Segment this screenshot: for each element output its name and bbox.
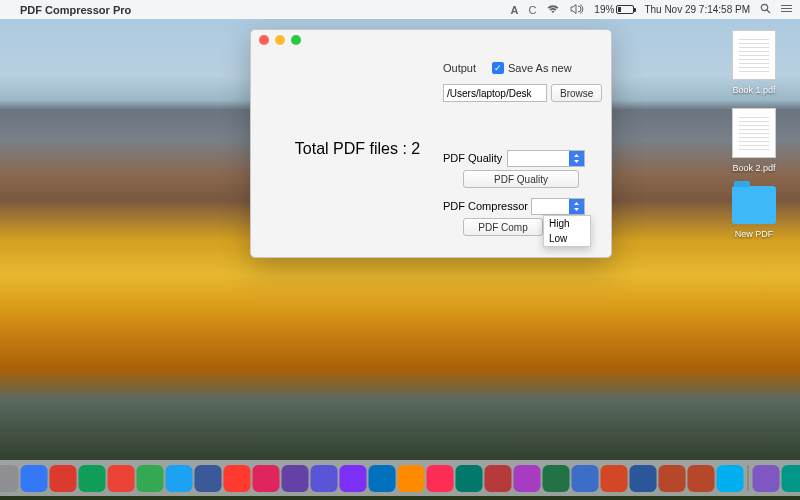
- pdf-compressor-button[interactable]: PDF Comp: [463, 218, 543, 236]
- notification-center-icon[interactable]: [781, 4, 792, 16]
- dock-app-23[interactable]: [601, 465, 628, 492]
- dropdown-option-high[interactable]: High: [544, 216, 590, 231]
- dropdown-option-low[interactable]: Low: [544, 231, 590, 246]
- dock-app-22[interactable]: [572, 465, 599, 492]
- dock-separator: [748, 465, 749, 491]
- wifi-icon[interactable]: [546, 4, 560, 16]
- app-menu-name[interactable]: PDF Compressor Pro: [20, 4, 131, 16]
- folder-icon: [732, 186, 776, 224]
- spotlight-icon[interactable]: [760, 3, 771, 16]
- pdf-quality-select[interactable]: [507, 150, 585, 167]
- dock-app-2[interactable]: [0, 465, 19, 492]
- battery-percent-label: 19%: [594, 4, 614, 15]
- pdf-file-icon: [732, 30, 776, 80]
- dock-app-12[interactable]: [282, 465, 309, 492]
- output-path-input[interactable]: [443, 84, 547, 102]
- dock-app-28[interactable]: [753, 465, 780, 492]
- svg-rect-2: [781, 5, 792, 6]
- dock-app-29[interactable]: [782, 465, 801, 492]
- desktop-folder-newpdf[interactable]: New PDF: [724, 186, 784, 240]
- pdf-quality-button[interactable]: PDF Quality: [463, 170, 579, 188]
- dock-app-19[interactable]: [485, 465, 512, 492]
- dock: [0, 460, 800, 496]
- dock-app-24[interactable]: [630, 465, 657, 492]
- dock-app-9[interactable]: [195, 465, 222, 492]
- battery-icon: [616, 5, 634, 14]
- chevron-updown-icon: [569, 151, 584, 166]
- window-titlebar[interactable]: [251, 30, 611, 50]
- dock-app-18[interactable]: [456, 465, 483, 492]
- dock-app-20[interactable]: [514, 465, 541, 492]
- dock-app-6[interactable]: [108, 465, 135, 492]
- menubar: PDF Compressor Pro A C 19% Thu Nov 29 7:…: [0, 0, 800, 19]
- save-as-new-label: Save As new: [508, 62, 572, 74]
- dock-app-15[interactable]: [369, 465, 396, 492]
- output-label: Output: [443, 62, 476, 74]
- dock-app-7[interactable]: [137, 465, 164, 492]
- pdf-file-icon: [732, 108, 776, 158]
- svg-rect-3: [781, 8, 792, 9]
- window-zoom-button[interactable]: [291, 35, 301, 45]
- desktop-file-label: Book 1.pdf: [724, 84, 784, 96]
- browse-button[interactable]: Browse: [551, 84, 602, 102]
- battery-status[interactable]: 19%: [594, 4, 634, 15]
- clock-label: Thu Nov 29 7:14:58 PM: [644, 4, 750, 15]
- dock-app-14[interactable]: [340, 465, 367, 492]
- desktop-file-book1[interactable]: Book 1.pdf: [724, 30, 784, 96]
- window-minimize-button[interactable]: [275, 35, 285, 45]
- volume-icon[interactable]: [570, 4, 584, 16]
- window-close-button[interactable]: [259, 35, 269, 45]
- dock-app-3[interactable]: [21, 465, 48, 492]
- svg-point-0: [761, 4, 767, 10]
- dock-app-8[interactable]: [166, 465, 193, 492]
- svg-rect-4: [781, 11, 792, 12]
- dock-app-25[interactable]: [659, 465, 686, 492]
- dock-app-21[interactable]: [543, 465, 570, 492]
- dock-app-26[interactable]: [688, 465, 715, 492]
- c-menu-icon[interactable]: C: [528, 4, 536, 16]
- dock-app-27[interactable]: [717, 465, 744, 492]
- dock-app-11[interactable]: [253, 465, 280, 492]
- dock-app-13[interactable]: [311, 465, 338, 492]
- adobe-menu-icon[interactable]: A: [510, 4, 518, 16]
- pdf-compressor-select[interactable]: [531, 198, 585, 215]
- pdf-compressor-label: PDF Compressor: [443, 200, 528, 212]
- desktop-folder-label: New PDF: [724, 228, 784, 240]
- svg-line-1: [767, 10, 770, 13]
- chevron-updown-icon: [569, 199, 584, 214]
- dock-app-16[interactable]: [398, 465, 425, 492]
- desktop-file-book2[interactable]: Book 2.pdf: [724, 108, 784, 174]
- total-files-label: Total PDF files : 2: [265, 140, 450, 158]
- pdf-quality-label: PDF Quality: [443, 152, 502, 164]
- dock-app-4[interactable]: [50, 465, 77, 492]
- desktop-file-label: Book 2.pdf: [724, 162, 784, 174]
- dock-app-10[interactable]: [224, 465, 251, 492]
- compressor-dropdown-menu: High Low: [543, 215, 591, 247]
- save-as-new-checkbox[interactable]: ✓: [492, 62, 504, 74]
- dock-app-5[interactable]: [79, 465, 106, 492]
- app-window: Total PDF files : 2 Output ✓ Save As new…: [250, 29, 612, 258]
- window-body: Total PDF files : 2 Output ✓ Save As new…: [251, 50, 611, 257]
- dock-app-17[interactable]: [427, 465, 454, 492]
